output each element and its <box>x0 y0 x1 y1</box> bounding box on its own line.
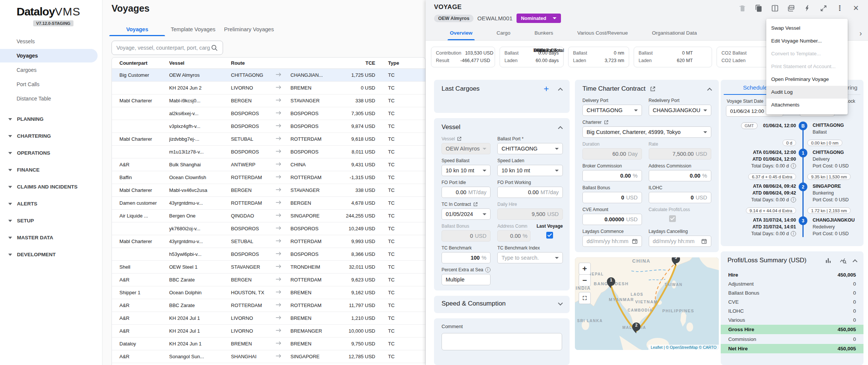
broker-commission-input[interactable]: 0.00% <box>582 170 642 181</box>
tc-benchmark-input[interactable]: 100% <box>442 252 491 263</box>
close-icon[interactable]: ✕ <box>852 5 860 12</box>
table-row[interactable]: Mabl Charterer 43yrgntdmu-v... SETUBAL R… <box>112 235 425 248</box>
open-vessel-icon[interactable] <box>457 136 462 141</box>
add-cargo-icon[interactable]: + <box>544 85 549 92</box>
open-contract-icon[interactable] <box>649 86 656 92</box>
map-zoom-in-button[interactable]: + <box>579 263 591 275</box>
tc-benchmark-index-select[interactable]: Type to search. <box>497 252 563 263</box>
timeline-stop[interactable]: ATA 31/07/24, 14:00 ATD 31/07/24, 14:01 … <box>726 217 858 237</box>
tabs-overflow-icon[interactable]: › <box>859 29 862 37</box>
expand-icon[interactable] <box>558 301 563 306</box>
tc-in-contract-select[interactable]: 01/05/2024 <box>442 208 491 220</box>
map-attribution[interactable]: Leaflet | © OpenStreetMap © CARTO <box>648 345 719 350</box>
collapse-icon[interactable] <box>558 126 563 131</box>
table-row[interactable]: v3plxz4gfh-v... BOSPOROS BOSPOROS 9,874 … <box>112 120 425 133</box>
map-fullscreen-button[interactable]: ⛶ <box>579 292 591 304</box>
expand-icon[interactable] <box>820 5 827 12</box>
list-tab[interactable]: Preliminary Voyages <box>221 22 277 36</box>
table-row[interactable]: A&R KH 2024 Jul 1 LIVORNO BREMANGER 10,0… <box>112 325 425 338</box>
route-map[interactable]: CHINA NEPAL INDIA BANGLADESH MYANMAR LAO… <box>575 257 719 350</box>
laydays-cancelling-input[interactable]: dd/mm/yy hh:mm <box>649 236 712 247</box>
sidebar-section[interactable]: CHARTERING <box>0 128 102 144</box>
redelivery-port-select[interactable]: CHANGJIANGKOU <box>649 105 712 116</box>
col-tce[interactable]: TCE <box>339 60 375 66</box>
sidebar-section[interactable]: FINANCE <box>0 161 102 178</box>
context-menu-item[interactable]: Swap Vessel <box>766 22 848 35</box>
map-zoom-out-button[interactable]: − <box>579 274 591 286</box>
voyage-tab[interactable]: Bunkers <box>532 26 556 40</box>
table-row[interactable]: Air Liquide ... Bergen One QINGDAO SINGA… <box>112 210 425 222</box>
list-tab[interactable]: Template Voyages <box>165 22 221 36</box>
collapse-icon[interactable] <box>853 259 857 264</box>
collapse-icon[interactable] <box>558 88 563 93</box>
info-icon[interactable]: i <box>791 197 796 202</box>
context-menu-item[interactable]: Edit Voyage Number... <box>766 35 848 47</box>
timeline-stop[interactable]: ATA 01/06/24, 12:00 ATD 01/06/24, 12:00 … <box>726 149 858 169</box>
speed-ballast-select[interactable]: 10 kn 10 mt <box>442 165 491 176</box>
calendar-icon[interactable] <box>632 238 638 244</box>
col-type[interactable]: Type <box>388 60 411 66</box>
tcc-ballast-bonus-input[interactable]: 0USD <box>582 192 642 203</box>
address-commission-input[interactable]: 0.00% <box>649 170 712 181</box>
sidebar-item[interactable]: Distance Table <box>0 92 98 105</box>
col-route[interactable]: Route <box>231 60 275 66</box>
context-menu-item[interactable]: Audit Log <box>766 86 848 99</box>
sidebar-section[interactable]: CLAIMS AND INCIDENTS <box>0 178 102 195</box>
table-row[interactable]: A&R BBC Zarate BERGEN ROTTERDAM 9,623 US… <box>112 274 425 286</box>
percent-extra-input[interactable]: Multiple <box>442 274 491 285</box>
sidebar-section[interactable]: DEVELOPMENT <box>0 246 102 263</box>
search-input[interactable] <box>116 45 211 51</box>
table-row[interactable]: KH 2024 Jun 2 LIVORNO BREMEN 0 USD TC <box>112 82 425 94</box>
more-options-icon[interactable]: ⋮ <box>836 5 844 12</box>
table-row[interactable]: Baffin Ocean Clownfish ROTTERDAM ROTTERD… <box>112 171 425 184</box>
voyage-tab[interactable]: Cargo <box>494 26 513 40</box>
voyage-search[interactable] <box>112 41 223 55</box>
analytics-search-icon[interactable] <box>839 257 847 264</box>
table-row[interactable]: Big Customer OEW Almyros CHITTAGONG CHAN… <box>112 69 425 82</box>
context-menu-item[interactable]: Convert to Template... <box>766 47 848 60</box>
sidebar-item[interactable]: Port Calls <box>0 78 98 91</box>
compare-voyage-icon[interactable] <box>771 5 779 12</box>
fo-port-working-input[interactable]: 0.00MT/day <box>497 187 563 198</box>
table-row[interactable]: A&R BBC Zarate ROTTERDAM ROTTERDAM 11,79… <box>112 299 425 312</box>
sidebar-item[interactable]: Voyages <box>0 49 98 62</box>
ilohc-input[interactable]: 0USD <box>649 192 712 203</box>
sidebar-section[interactable]: PLANNING <box>0 111 102 128</box>
status-dropdown[interactable]: Nominated <box>517 14 561 23</box>
comment-textarea[interactable] <box>442 333 562 350</box>
cve-amount-input[interactable]: 0.00000USD <box>582 214 642 225</box>
table-row[interactable]: A&R Sonangol Sun... SHANGHAI SINGAPORE 1… <box>112 350 425 363</box>
context-menu-item[interactable]: Open Preliminary Voyage <box>766 73 848 86</box>
table-row[interactable]: Mabl Charterer jizdvbbg7ej-... SETUBAL R… <box>112 133 425 146</box>
table-row[interactable]: yk7680i2oj-v... BOSPOROS BOSPOROS 10,249… <box>112 222 425 235</box>
table-row[interactable]: al2ksi6xej-v... BOSPOROS BOSPOROS 7,305 … <box>112 107 425 120</box>
table-row[interactable]: A&R Bulk Shanghai ANTWERP CHINA 9,431 US… <box>112 158 425 171</box>
col-vessel[interactable]: Vessel <box>169 60 231 66</box>
quick-actions-icon[interactable] <box>804 5 811 12</box>
fo-port-idle-input[interactable]: 0.00MT/day <box>442 187 491 198</box>
sidebar-section[interactable]: ALERTS <box>0 195 102 212</box>
speed-laden-select[interactable]: 10 kn 10 mt <box>497 165 563 176</box>
open-charterer-icon[interactable] <box>604 120 609 125</box>
last-voyage-checkbox[interactable] <box>546 232 553 239</box>
context-menu-item[interactable]: Print Statement of Account... <box>766 60 848 73</box>
bar-chart-icon[interactable] <box>825 257 832 264</box>
table-row[interactable]: Mabl Charterer Mabl-vx46vc2usa BERGEN ST… <box>112 184 425 197</box>
list-tab[interactable]: Voyages <box>109 22 165 36</box>
table-row[interactable]: Damen customer 43yrgntdmu-v... ROTTERDAM… <box>112 197 425 210</box>
sidebar-section[interactable]: OPERATIONS <box>0 144 102 161</box>
info-icon[interactable]: i <box>485 267 491 272</box>
context-menu-item[interactable]: Attachments <box>766 99 848 111</box>
delivery-port-select[interactable]: CHITTAGONG <box>582 105 642 116</box>
voyage-tab[interactable]: Overview <box>448 26 475 40</box>
charterer-select[interactable]: Big Customer, Charterer, 45999, Tokyo <box>582 126 711 138</box>
info-icon[interactable]: i <box>791 163 796 169</box>
table-row[interactable]: A&R KH 2024 Jul 1 LIVORNO BREMEN 1,210 U… <box>112 312 425 325</box>
sidebar-item[interactable]: Vessels <box>0 35 98 48</box>
collapse-icon[interactable] <box>707 88 712 93</box>
ballast-port-select[interactable]: CHITTAGONG <box>497 143 563 154</box>
voyage-tab[interactable]: Various Cost/Revenue <box>575 26 630 40</box>
sidebar-section[interactable]: SETUP <box>0 212 102 229</box>
table-row[interactable]: Dataloy KH 2024 Jun 1 BREMEN BREMEN 9,75… <box>112 338 425 350</box>
table-row[interactable]: h53ywl6pbi-v... BOSPOROS BOSPOROS 8,366 … <box>112 248 425 261</box>
